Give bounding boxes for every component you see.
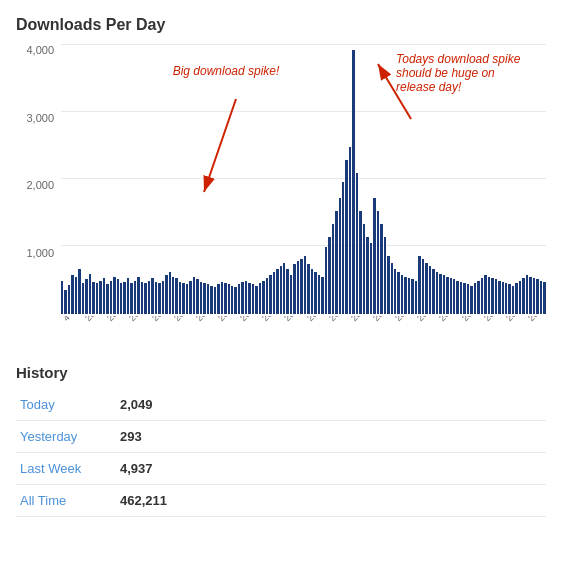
history-value: 2,049 [116, 389, 546, 421]
bar [141, 282, 143, 314]
bar [321, 277, 323, 314]
bar [293, 264, 295, 314]
bar [443, 275, 445, 314]
bar [193, 277, 195, 314]
bar [429, 266, 431, 314]
bar [467, 284, 469, 314]
bar [352, 50, 354, 314]
history-row: Last Week4,937 [16, 453, 546, 485]
bar [432, 269, 434, 314]
bar [196, 279, 198, 314]
bar [269, 275, 271, 314]
bar [273, 272, 275, 314]
bar [99, 281, 101, 314]
bar [453, 279, 455, 314]
bar [328, 237, 330, 314]
bar [377, 211, 379, 314]
bar [300, 259, 302, 314]
bar [200, 282, 202, 314]
history-table: Today2,049Yesterday293Last Week4,937All … [16, 389, 546, 517]
bar [106, 284, 108, 314]
bar [110, 281, 112, 314]
bar [238, 284, 240, 314]
bar [103, 278, 105, 314]
bar [155, 282, 157, 314]
bar [234, 287, 236, 314]
bar [439, 274, 441, 314]
bar [162, 281, 164, 314]
bar [411, 279, 413, 314]
bar [64, 290, 66, 314]
bar [536, 279, 538, 314]
bar [165, 275, 167, 314]
history-title: History [16, 364, 546, 381]
bar [248, 283, 250, 314]
bar [311, 269, 313, 314]
bar [359, 211, 361, 314]
bar [418, 256, 420, 314]
bar [169, 272, 171, 314]
bar [130, 283, 132, 314]
bar [484, 275, 486, 314]
y-label-1000: 1,000 [26, 247, 54, 259]
bar [217, 284, 219, 314]
bar [276, 269, 278, 314]
history-label[interactable]: Yesterday [16, 421, 116, 453]
bar [366, 237, 368, 314]
chart-title: Downloads Per Day [16, 16, 546, 34]
bar [252, 284, 254, 314]
bar [387, 256, 389, 314]
history-value: 462,211 [116, 485, 546, 517]
bar [397, 272, 399, 314]
bar [318, 275, 320, 314]
bar [488, 277, 490, 314]
bar [148, 281, 150, 314]
bar [463, 283, 465, 314]
bar [68, 285, 70, 314]
bar [307, 264, 309, 314]
bar [345, 160, 347, 314]
bar [415, 281, 417, 314]
bar [543, 282, 545, 314]
bar [391, 263, 393, 314]
bar [481, 278, 483, 314]
bar [491, 278, 493, 314]
bar [92, 282, 94, 314]
bar [533, 278, 535, 314]
bar [221, 282, 223, 314]
bar [158, 283, 160, 314]
bar [280, 266, 282, 314]
x-axis-label: 2015-01-10 [526, 316, 546, 323]
bar [342, 182, 344, 314]
bar [335, 211, 337, 314]
bar [186, 284, 188, 314]
bar [404, 277, 406, 314]
bar [363, 224, 365, 314]
bar [456, 281, 458, 314]
bar [495, 279, 497, 314]
history-label[interactable]: Last Week [16, 453, 116, 485]
bar [203, 283, 205, 314]
bar [498, 281, 500, 314]
bar [356, 173, 358, 314]
bars-container [61, 44, 546, 314]
bar [134, 281, 136, 314]
history-label[interactable]: Today [16, 389, 116, 421]
bar [526, 275, 528, 314]
history-label[interactable]: All Time [16, 485, 116, 517]
bar [470, 286, 472, 314]
history-row: All Time462,211 [16, 485, 546, 517]
history-row: Today2,049 [16, 389, 546, 421]
bar [283, 263, 285, 314]
bar [228, 284, 230, 314]
bar [446, 277, 448, 314]
bar [179, 282, 181, 314]
bar [61, 281, 63, 314]
bar [172, 277, 174, 314]
bar [259, 283, 261, 314]
bar [529, 277, 531, 314]
bar [290, 275, 292, 314]
bar [117, 279, 119, 314]
bar [349, 147, 351, 314]
y-label-4000: 4,000 [26, 44, 54, 56]
